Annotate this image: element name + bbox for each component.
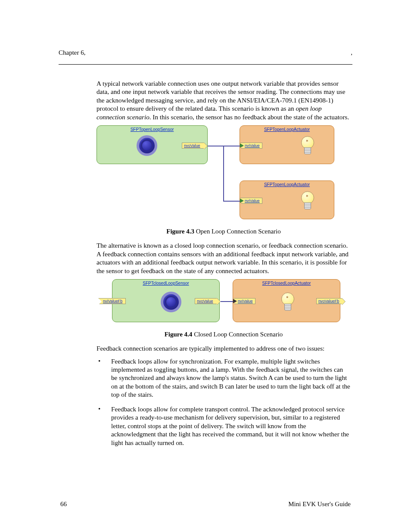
paragraph-closed-loop: The alternative is known as a closed loo… xyxy=(97,241,351,275)
wire xyxy=(223,146,224,201)
sensor-icon xyxy=(137,135,157,156)
page-number: 66 xyxy=(60,501,67,508)
paragraph-issues-intro: Feedback connection scenarios are typica… xyxy=(97,344,351,352)
sensor-icon xyxy=(161,292,181,312)
bullet-icon: • xyxy=(97,405,111,447)
actuator-title-1: SFPTopenLoopActuator xyxy=(240,126,334,132)
bullet-1: • Feedback loops allow for synchronizati… xyxy=(97,357,351,399)
wire xyxy=(221,301,233,302)
figure-4-4-caption: Figure 4.4 Closed Loop Connection Scenar… xyxy=(97,331,351,338)
arrow-icon xyxy=(240,199,244,203)
bulb-icon: ✶ xyxy=(280,292,294,311)
nvo-valuefb-pin: nvoValueFb xyxy=(316,298,342,304)
para1-b: . In this scenario, the sensor has no fe… xyxy=(149,113,349,121)
arrow-icon xyxy=(240,143,244,148)
figure-4-3-caption: Figure 4.3 Open Loop Connection Scenario xyxy=(97,228,351,235)
nvo-value-pin: nvoValue xyxy=(182,143,204,149)
header-right: , xyxy=(351,49,352,56)
paragraph-open-loop: A typical network variable connection us… xyxy=(97,79,351,121)
bullet-2: • Feedback loops allow for complete tran… xyxy=(97,405,351,447)
bulb-icon: ✶ xyxy=(300,136,314,155)
arrow-icon xyxy=(233,299,237,303)
bullet-icon: • xyxy=(97,357,111,399)
closed-actuator-title: SFPTclosedLoopActuator xyxy=(233,280,340,286)
sensor-title: SFPTopenLoopSensor xyxy=(97,126,207,132)
figure-4-3: SFPTopenLoopSensor nvoValue SFPTopenLoop… xyxy=(97,125,351,235)
chapter-label: Chapter 6, xyxy=(59,49,85,56)
figure-4-4: SFPTclosedLoopSensor SFPTclosedLoopActua… xyxy=(97,279,351,338)
bulb-icon: ✶ xyxy=(300,191,314,210)
closed-sensor-title: SFPTclosedLoopSensor xyxy=(112,280,219,286)
nvi-valuefb-sensor-pin: nviValueFb xyxy=(98,298,126,304)
wire xyxy=(223,201,240,202)
actuator-title-2: SFPTopenLoopActuator xyxy=(240,181,334,187)
guide-title: Mini EVK User's Guide xyxy=(288,501,351,508)
nvo-value-pin: nvoValue xyxy=(195,298,217,304)
